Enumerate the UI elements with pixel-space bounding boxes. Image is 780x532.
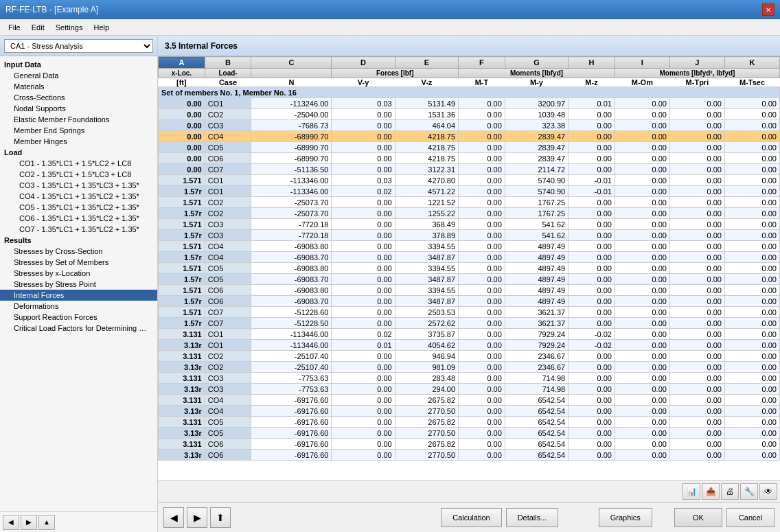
sidebar-item-critical-load-factors[interactable]: Critical Load Factors for Determining N-… <box>0 323 157 334</box>
sidebar-item-co5[interactable]: CO5 - 1.35*LC1 + 1.35*LC2 + 1.35* <box>0 202 157 213</box>
table-row: 3.13rCO5-69176.600.002770.500.006542.540… <box>159 428 780 439</box>
col-b-unit: Case <box>205 78 251 87</box>
table-row: 0.00CO7-51136.500.003122.310.002114.720.… <box>159 164 780 175</box>
section-results: Results <box>0 235 157 246</box>
toolbar-chart-button[interactable]: 📊 <box>682 483 700 500</box>
sidebar-item-general-data[interactable]: General Data <box>0 70 157 81</box>
sidebar-item-co4[interactable]: CO4 - 1.35*LC1 + 1.35*LC2 + 1.35* <box>0 191 157 202</box>
toolbar-view-button[interactable]: 👁 <box>759 483 777 500</box>
sidebar-item-member-hinges[interactable]: Member Hinges <box>0 136 157 147</box>
sidebar-item-deformations[interactable]: Deformations <box>0 301 157 312</box>
col-e-header: E <box>395 57 458 69</box>
col-f-header: F <box>459 57 505 69</box>
table-row: 0.00CO3-7686.730.00464.040.00323.380.000… <box>159 120 780 131</box>
sidebar-item-co6[interactable]: CO6 - 1.35*LC1 + 1.35*LC2 + 1.35* <box>0 213 157 224</box>
table-row: 0.00CO1-113246.000.035131.490.003200.970… <box>159 98 780 109</box>
table-row: 1.57rCO6-69083.700.003487.870.004897.490… <box>159 296 780 307</box>
sidebar-up-button[interactable]: ▲ <box>38 515 55 530</box>
table-row: 3.131CO6-69176.600.002675.820.006542.540… <box>159 439 780 450</box>
content-header: 3.5 Internal Forces <box>158 36 780 56</box>
nav-back-button[interactable]: ◀ <box>163 507 184 528</box>
table-row: 0.00CO4-68990.700.004218.750.002839.470.… <box>159 131 780 142</box>
table-row: 0.00CO6-68990.700.004218.750.002839.470.… <box>159 153 780 164</box>
menu-bar: File Edit Settings Help <box>0 19 780 36</box>
toolbar-print-button[interactable]: 🖨 <box>721 483 739 500</box>
col-b-header: B <box>205 57 251 69</box>
sidebar-item-co7[interactable]: CO7 - 1.35*LC1 + 1.35*LC2 + 1.35* <box>0 224 157 235</box>
sidebar-item-co2[interactable]: CO2 - 1.35*LC1 + 1.5*LC3 + LC8 <box>0 169 157 180</box>
menu-settings[interactable]: Settings <box>50 22 89 33</box>
sidebar-item-materials[interactable]: Materials <box>0 81 157 92</box>
toolbar-settings-button[interactable]: 🔧 <box>740 483 758 500</box>
moments2-header: Moments [lbfyd², lbfyd] <box>615 69 779 78</box>
action-left: ◀ ▶ ⬆ <box>163 507 419 528</box>
table-row: 3.131CO5-69176.600.002675.820.006542.540… <box>159 417 780 428</box>
nav-up-button[interactable]: ⬆ <box>210 507 231 528</box>
toolbar-export-button[interactable]: 📤 <box>702 483 720 500</box>
sidebar-item-stresses-by-x[interactable]: Stresses by x-Location <box>0 268 157 279</box>
col-e-unit: V-z <box>395 78 458 87</box>
sidebar-item-co3[interactable]: CO3 - 1.35*LC1 + 1.35*LC3 + 1.35* <box>0 180 157 191</box>
sidebar-item-stresses-by-cross-section[interactable]: Stresses by Cross-Section <box>0 246 157 257</box>
details-button[interactable]: Details... <box>506 508 559 527</box>
action-right: OK Cancel <box>674 508 775 527</box>
col-f-unit: M-T <box>459 78 505 87</box>
table-row: 0.00CO2-25040.000.001531.360.001039.480.… <box>159 109 780 120</box>
sidebar-item-member-end-springs[interactable]: Member End Springs <box>0 125 157 136</box>
sidebar-footer: ◀ ▶ ▲ <box>0 511 157 532</box>
action-bar: ◀ ▶ ⬆ Calculation Details... Graphics OK… <box>158 502 780 532</box>
col-g-header: G <box>505 57 568 69</box>
menu-help[interactable]: Help <box>88 22 115 33</box>
col-k-header: K <box>724 57 779 69</box>
col-b-sub1: Load- <box>205 69 251 78</box>
sidebar-item-stresses-by-set[interactable]: Stresses by Set of Members <box>0 257 157 268</box>
cancel-button[interactable]: Cancel <box>726 508 775 527</box>
col-c-unit: N <box>251 78 332 87</box>
set-header-text: Set of members No. 1, Member No. 16 <box>159 87 780 98</box>
table-row: 3.13rCO1-113446.000.014054.620.007929.24… <box>159 340 780 351</box>
menu-edit[interactable]: Edit <box>26 22 50 33</box>
title-bar-text: RF-FE-LTB - [Example A] <box>5 5 98 14</box>
ok-button[interactable]: OK <box>674 508 722 527</box>
sidebar: CA1 - Stress Analysis Input Data General… <box>0 36 158 532</box>
sidebar-item-support-reaction-forces[interactable]: Support Reaction Forces <box>0 312 157 323</box>
close-button[interactable]: ✕ <box>762 3 775 16</box>
forces-header: Forces [lbf] <box>332 69 459 78</box>
col-d-unit: V-y <box>332 78 395 87</box>
sidebar-item-nodal-supports[interactable]: Nodal Supports <box>0 103 157 114</box>
table-row: 1.571CO3-7720.180.00368.490.00541.620.00… <box>159 219 780 230</box>
sidebar-item-internal-forces[interactable]: Internal Forces <box>0 290 157 301</box>
col-a-header: A <box>159 57 205 69</box>
nav-forward-button[interactable]: ▶ <box>187 507 207 528</box>
section-load: Load <box>0 147 157 158</box>
table-row: 3.13rCO2-25107.400.00981.090.002346.670.… <box>159 362 780 373</box>
table-row: 1.57rCO3-7720.180.00378.890.00541.620.00… <box>159 230 780 241</box>
table-row: 3.131CO4-69176.600.002675.820.006542.540… <box>159 395 780 406</box>
sidebar-item-stresses-by-stress-point[interactable]: Stresses by Stress Point <box>0 279 157 290</box>
col-a-unit: [ft] <box>159 78 205 87</box>
table-row: 1.57rCO2-25073.700.001255.220.001767.250… <box>159 208 780 219</box>
calculation-button[interactable]: Calculation <box>441 508 501 527</box>
menu-file[interactable]: File <box>3 22 26 33</box>
table-row: 3.131CO2-25107.400.00946.940.002346.670.… <box>159 351 780 362</box>
graphics-button[interactable]: Graphics <box>599 508 652 527</box>
table-row: 3.13rCO3-7753.630.00294.000.00714.980.00… <box>159 384 780 395</box>
sidebar-next-button[interactable]: ▶ <box>21 515 37 530</box>
col-h-header: H <box>569 57 615 69</box>
table-row: 1.571CO1-113346.000.034270.800.005740.90… <box>159 175 780 186</box>
table-row: 0.00CO5-68990.700.004218.750.002839.470.… <box>159 142 780 153</box>
case-dropdown[interactable]: CA1 - Stress Analysis <box>4 39 153 53</box>
table-row: 1.57rCO7-51228.500.002572.620.003621.370… <box>159 318 780 329</box>
table-toolbar: 📊 📤 🖨 🔧 👁 <box>158 480 780 502</box>
table-row: 1.571CO4-69083.800.003394.550.004897.490… <box>159 241 780 252</box>
sidebar-item-elastic-member-foundations[interactable]: Elastic Member Foundations <box>0 114 157 125</box>
table-container[interactable]: A B C D E F G H I J K x-Loc. Load- <box>158 56 780 480</box>
table-row: 1.57rCO1-113346.000.024571.220.005740.90… <box>159 186 780 197</box>
sidebar-prev-button[interactable]: ◀ <box>3 515 19 530</box>
sidebar-item-co1[interactable]: CO1 - 1.35*LC1 + 1.5*LC2 + LC8 <box>0 158 157 169</box>
sidebar-item-cross-sections[interactable]: Cross-Sections <box>0 92 157 103</box>
sidebar-tree: Input Data General Data Materials Cross-… <box>0 56 157 511</box>
col-i-unit: M-Om <box>615 78 669 87</box>
col-d-header: D <box>332 57 395 69</box>
title-bar: RF-FE-LTB - [Example A] ✕ <box>0 0 780 19</box>
